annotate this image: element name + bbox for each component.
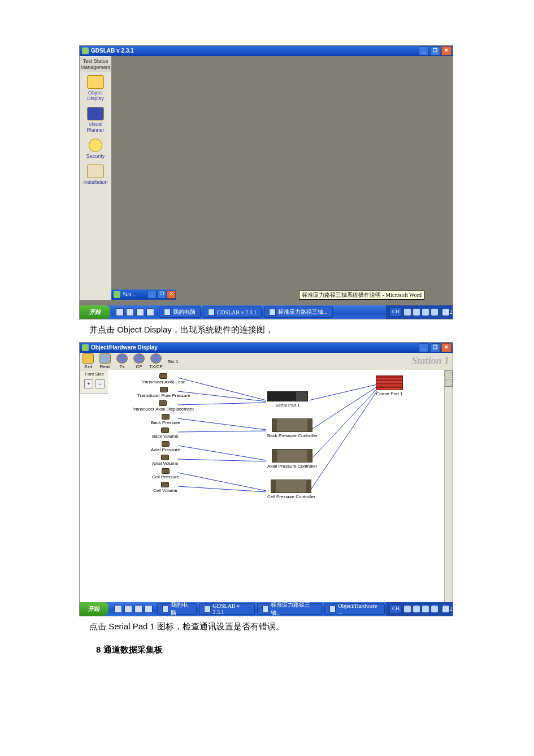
clock[interactable]: 13:27 [442, 309, 449, 316]
window-titlebar-2[interactable]: Object/Hardware Display _ ❐ ✕ [80, 343, 453, 353]
node-axial-load[interactable]: Transducer Axial Load [141, 373, 185, 385]
screenshot-gdslab-main: GDSLAB v 2.3.1 _ ❐ ✕ Test Status Managem… [79, 45, 453, 319]
node-cell-pressure[interactable]: Cell Pressure [152, 468, 179, 479]
controller-icon [272, 418, 312, 432]
sidebar-item-installation[interactable]: Installation [80, 161, 111, 187]
node-cell-volume[interactable]: Cell Volume [153, 482, 177, 493]
clock-2[interactable]: 13:27 [442, 606, 449, 612]
tray-keyboard-icon[interactable] [404, 606, 411, 612]
hw-serial-pad[interactable]: Serial Pad 1 [267, 391, 308, 408]
tray-volume-icon[interactable] [413, 606, 420, 612]
fontsize-label: Font Size [80, 370, 108, 377]
serial-pad-icon [267, 391, 308, 401]
lang-indicator[interactable]: CH [389, 308, 402, 317]
caption-2: 点击 Serial Pad 1 图标，检查通讯设置是否有错误。 [89, 620, 534, 633]
tb-station[interactable]: Stn 1 [164, 358, 181, 365]
tb-cp[interactable]: CP [131, 352, 147, 370]
node-axial-pressure[interactable]: Axial Pressure [151, 441, 180, 452]
close-button[interactable]: ✕ [441, 46, 451, 55]
taskbar-word-doc[interactable]: 标准应力路径三轴... [264, 306, 333, 318]
ql-explorer-icon[interactable] [136, 308, 144, 316]
start-button-2[interactable]: 开始 [80, 602, 108, 616]
ohd-icon [329, 606, 336, 612]
minimize-button[interactable]: _ [419, 46, 429, 55]
mdi-minimize-button[interactable]: _ [147, 291, 157, 299]
mdi-close-button[interactable]: ✕ [167, 291, 176, 299]
fontsize-panel: Font Size + − [80, 370, 109, 394]
lang-indicator-2[interactable]: CH [389, 604, 402, 614]
transducer-icon [160, 387, 168, 392]
taskbar-word-2[interactable]: 标准应力路径三轴... [257, 603, 322, 615]
hw-back-controller[interactable]: Back Pressure Controller [267, 418, 318, 438]
vertical-scrollbar[interactable] [444, 370, 453, 602]
mdi-child-title: Stat... [123, 290, 136, 300]
tray-shield-icon[interactable] [431, 606, 438, 612]
hw-axial-controller[interactable]: Axial Pressure Controller [267, 449, 317, 469]
tb-exit[interactable]: Exit [80, 352, 97, 370]
caption-1: 并点击 Object Display，出现系统硬件的连接图， [89, 323, 534, 336]
scroll-thumb[interactable] [445, 379, 453, 387]
mdi-maximize-button[interactable]: ❐ [157, 291, 166, 299]
fontsize-decrease[interactable]: − [95, 379, 105, 388]
maximize-button-2[interactable]: ❐ [430, 343, 440, 352]
minimize-button-2[interactable]: _ [419, 343, 429, 352]
maximize-button[interactable]: ❐ [430, 46, 440, 55]
tray-shield-icon[interactable] [431, 309, 438, 316]
taskbar-mycomputer-2[interactable]: 我的电脑 [157, 603, 197, 615]
sidebar-item-object-display[interactable]: Object Display [80, 72, 111, 103]
txcp-icon [150, 353, 162, 364]
taskbar-gdslab[interactable]: GDSLAB v 2.3.1 [203, 306, 262, 318]
system-tray[interactable]: CH 13:27 [386, 305, 453, 319]
window-title-2: Object/Hardware Display [91, 343, 158, 353]
taskbar-tooltip: 标准应力路径三轴系统操作说明 - Microsoft Word [299, 291, 424, 300]
window-titlebar[interactable]: GDSLAB v 2.3.1 _ ❐ ✕ [80, 46, 453, 56]
node-back-volume[interactable]: Back Volume [152, 427, 179, 439]
ql-chevron-icon[interactable] [145, 605, 153, 613]
ql-desktop-icon[interactable] [124, 605, 132, 613]
tray-network-icon[interactable] [422, 309, 429, 316]
tb-read[interactable]: Read [97, 352, 114, 370]
system-tray-2[interactable]: CH 13:27 [386, 602, 453, 616]
exit-icon [83, 353, 94, 364]
sidebar-item-security[interactable]: Security [80, 135, 111, 161]
ql-explorer-icon[interactable] [134, 605, 142, 613]
mycomputer-icon [164, 309, 171, 316]
taskbar-2[interactable]: 开始 我的电脑 GDSLAB v 2.3.1 标准应力路径三轴... Objec… [80, 602, 453, 616]
quick-launch[interactable] [112, 308, 158, 316]
node-back-pressure[interactable]: Back Pressure [151, 414, 180, 425]
node-axial-volume[interactable]: Axial Volume [152, 455, 178, 466]
transducer-icon [159, 373, 167, 379]
start-button[interactable]: 开始 [80, 305, 110, 319]
ql-ie-icon[interactable] [114, 605, 122, 613]
node-pore-pressure[interactable]: Transducer Pore Pressure [137, 387, 190, 398]
node-axial-disp[interactable]: Transducer Axial Displacement [132, 400, 194, 412]
ql-desktop-icon[interactable] [126, 308, 134, 316]
tb-tx[interactable]: Tx [114, 352, 131, 370]
quick-launch-2[interactable] [111, 605, 156, 613]
tray-volume-icon[interactable] [413, 309, 420, 316]
hw-comm-port[interactable]: Comm Port 1 [376, 375, 403, 396]
taskbar-object-hw[interactable]: Object/Hardware ... [324, 603, 385, 615]
taskbar-gdslab-2[interactable]: GDSLAB v 2.3.1 [199, 603, 255, 615]
hw-cell-controller[interactable]: Cell Pressure Controller [267, 479, 315, 499]
taskbar[interactable]: 开始 我的电脑 GDSLAB v 2.3.1 标准应力路径三轴... CH 13… [80, 305, 453, 319]
word-icon [269, 309, 276, 316]
taskbar-mycomputer[interactable]: 我的电脑 [159, 306, 201, 318]
read-icon [99, 353, 111, 364]
transducer-icon [162, 414, 170, 420]
mdi-child-titlebar[interactable]: Stat... _ ❐ ✕ [111, 290, 176, 300]
scroll-up-icon[interactable] [445, 370, 453, 378]
transducer-icon [161, 455, 169, 460]
installation-icon [87, 165, 104, 178]
tray-network-icon[interactable] [422, 606, 429, 612]
fontsize-increase[interactable]: + [84, 379, 93, 388]
transducer-icon [162, 441, 170, 447]
close-button-2[interactable]: ✕ [441, 343, 451, 352]
tray-keyboard-icon[interactable] [404, 309, 411, 316]
tb-txcp[interactable]: TX/CP [147, 352, 164, 370]
hardware-canvas[interactable]: Transducer Axial Load Transducer Pore Pr… [108, 370, 445, 602]
ql-chevron-icon[interactable] [146, 308, 154, 316]
app-icon-2 [82, 344, 89, 351]
sidebar-item-visual-planner[interactable]: Visual Planner [80, 103, 111, 135]
ql-ie-icon[interactable] [116, 308, 124, 316]
